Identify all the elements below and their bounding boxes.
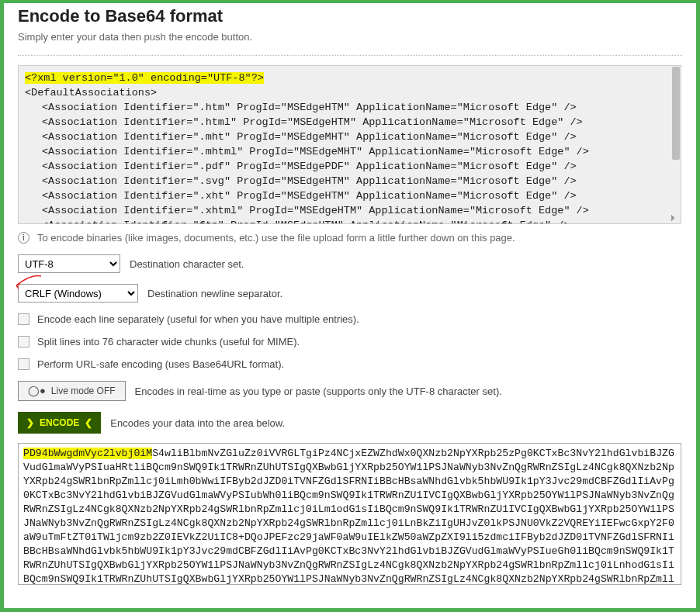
xml-assoc-line: <Association Identifier=".xhtml" ProgId=… xyxy=(25,203,674,218)
xml-assoc-line: <Association Identifier=".mht" ProgId="M… xyxy=(25,130,674,144)
xml-assoc-line: <Association Identifier=".svg" ProgId="M… xyxy=(25,174,674,188)
scrollbar-thumb[interactable] xyxy=(672,67,680,160)
info-text: To encode binaries (like images, documen… xyxy=(37,232,515,244)
page-title: Encode to Base64 format xyxy=(18,3,682,26)
newline-separator-label: Destination newline separator. xyxy=(147,288,282,299)
xml-assoc-line: <Association Identifier=".htm" ProgId="M… xyxy=(25,100,674,115)
live-mode-desc: Encodes in real-time as you type or past… xyxy=(135,386,502,397)
output-highlight: PD94bWwgdmVyc2lvbj0iM xyxy=(23,448,152,459)
output-textarea[interactable]: PD94bWwgdmVyc2lvbj0iMS4wliBlbmNvZGluZz0i… xyxy=(18,443,681,585)
url-safe-label: Perform URL-safe encoding (uses Base64UR… xyxy=(37,358,284,370)
xml-assoc-list: <Association Identifier=".htm" ProgId="M… xyxy=(25,100,674,224)
xml-assoc-line: <Association Identifier=".mhtml" ProgId=… xyxy=(25,144,674,159)
toggle-off-icon: ◯● xyxy=(28,385,46,396)
url-safe-checkbox[interactable] xyxy=(18,358,29,370)
resize-handle-icon[interactable] xyxy=(671,214,679,222)
xml-root-open: <DefaultAssociations> xyxy=(25,85,674,100)
page-subtitle: Simply enter your data then push the enc… xyxy=(18,31,682,43)
xml-assoc-line: <Association Identifier=".xht" ProgId="M… xyxy=(25,188,674,203)
red-arrow-annotation-icon xyxy=(12,271,43,290)
live-mode-toggle[interactable]: ◯● Live mode OFF xyxy=(18,381,126,401)
divider xyxy=(18,55,682,56)
live-mode-label: Live mode OFF xyxy=(51,386,116,396)
chevron-right-icon: ❯ xyxy=(26,417,34,428)
encode-button[interactable]: ❯ ENCODE ❮ xyxy=(18,412,101,434)
xml-input-textarea[interactable]: <?xml version="1.0" encoding="UTF-8"?> <… xyxy=(18,65,681,224)
split-lines-checkbox[interactable] xyxy=(18,336,29,347)
destination-charset-label: Destination character set. xyxy=(130,258,244,270)
output-body: S4wliBlbmNvZGluZz0iVVRGLTgiPz4NCjxEZWZhd… xyxy=(23,448,674,585)
destination-charset-select[interactable]: UTF-8 xyxy=(18,254,120,273)
split-lines-label: Split lines into 76 character wide chunk… xyxy=(37,336,300,347)
encode-desc: Encodes your data into the area below. xyxy=(110,417,285,429)
xml-assoc-line: <Association Identifier=".html" ProgId="… xyxy=(25,115,674,130)
xml-assoc-line: <Association Identifier="ftp" ProgId="MS… xyxy=(25,218,674,224)
encode-each-line-checkbox[interactable] xyxy=(18,313,29,325)
xml-declaration: <?xml version="1.0" encoding="UTF-8"?> xyxy=(25,72,264,84)
chevron-left-icon: ❮ xyxy=(85,417,92,428)
encode-each-line-label: Encode each line separately (useful for … xyxy=(37,313,359,325)
xml-assoc-line: <Association Identifier=".pdf" ProgId="M… xyxy=(25,159,674,174)
info-icon: i xyxy=(18,232,29,244)
encode-button-label: ENCODE xyxy=(40,417,79,428)
